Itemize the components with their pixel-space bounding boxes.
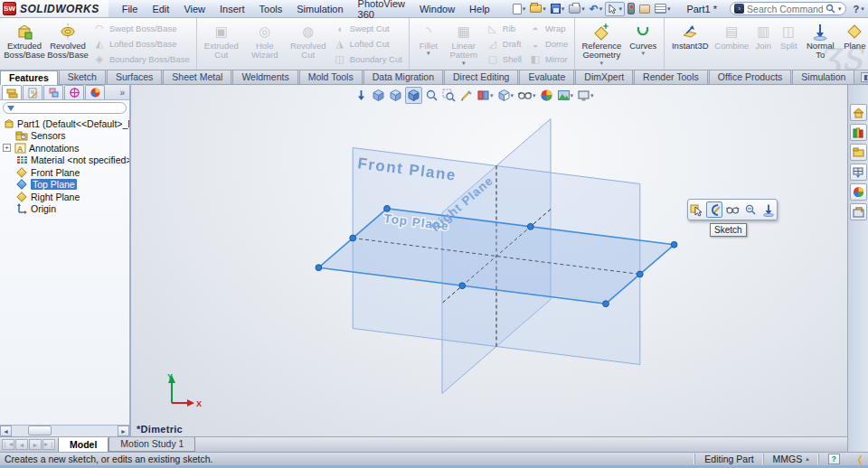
view-cube-button[interactable]	[371, 88, 386, 103]
context-sketch-button[interactable]	[706, 201, 722, 218]
solidworks-resources-button[interactable]	[850, 104, 867, 121]
custom-properties-button[interactable]	[850, 203, 867, 220]
tab-simulation[interactable]: Simulation	[792, 70, 854, 84]
menu-view[interactable]: View	[177, 2, 212, 16]
view-cube-active-button[interactable]	[405, 87, 422, 104]
search-commands-box[interactable]: › ▾	[730, 2, 846, 15]
menu-help[interactable]: Help	[463, 2, 496, 16]
display-settings-button[interactable]: ▾	[653, 3, 673, 14]
expand-icon[interactable]: +	[3, 144, 11, 152]
search-dropdown-icon[interactable]: ▾	[838, 5, 842, 13]
search-input[interactable]	[747, 4, 823, 14]
normal-to-button[interactable]: Normal To	[802, 20, 838, 68]
menu-tools[interactable]: Tools	[253, 2, 289, 16]
tree-item-front-plane[interactable]: Front Plane	[2, 166, 129, 179]
tab-displaymanager[interactable]	[85, 85, 105, 99]
view-cube-button[interactable]	[388, 88, 403, 103]
extruded-cut-button[interactable]: ▣ Extruded Cut	[201, 20, 242, 68]
tab-render-tools[interactable]: Render Tools	[634, 70, 708, 84]
tab-dimxpertmanager[interactable]	[64, 85, 84, 99]
boundary-boss-base-button[interactable]: ◈Boundary Boss/Base	[90, 52, 193, 67]
menu-simulation[interactable]: Simulation	[290, 2, 349, 16]
menu-file[interactable]: File	[116, 2, 145, 16]
help-button[interactable]: ?	[854, 4, 860, 14]
tab-model[interactable]: Model	[58, 437, 108, 453]
revolved-cut-button[interactable]: ◍ Revolved Cut	[288, 20, 329, 68]
scroll-right-button[interactable]: ►	[118, 426, 129, 436]
tab-mold-tools[interactable]: Mold Tools	[299, 70, 363, 84]
view-orientation-button[interactable]: ▾	[496, 88, 515, 103]
select-button[interactable]: ▾	[605, 2, 625, 16]
sketch-pen-button[interactable]	[458, 88, 474, 103]
context-hide-show-button[interactable]	[724, 201, 741, 218]
section-view-button[interactable]: ▾	[476, 88, 495, 103]
undo-button[interactable]: ↶▾	[588, 4, 605, 14]
rib-button[interactable]: ◺Rib	[484, 22, 524, 36]
tab-configurationmanager[interactable]	[43, 85, 63, 99]
display-pane-icon[interactable]: ◧	[861, 72, 868, 82]
new-document-button[interactable]: ▾	[511, 3, 528, 15]
reference-geometry-button[interactable]: Reference Geometry▾	[579, 20, 624, 68]
hole-wizard-button[interactable]: ◎ Hole Wizard	[244, 20, 286, 68]
tab-motion-study[interactable]: Motion Study 1	[108, 437, 195, 452]
appearances-scenes-button[interactable]	[850, 183, 867, 201]
tab-sheet-metal[interactable]: Sheet Metal	[163, 70, 231, 84]
open-button[interactable]: ▾	[528, 4, 548, 14]
help-dropdown-icon[interactable]: ▾	[861, 5, 864, 13]
units-selector[interactable]: MMGS▴	[763, 454, 818, 464]
zoom-to-fit-button[interactable]	[424, 88, 439, 103]
tab-office-products[interactable]: Office Products	[709, 70, 792, 84]
scrollbar-track[interactable]	[12, 426, 118, 436]
normal-to-view-button[interactable]	[354, 88, 369, 103]
fillet-button[interactable]: ◝ Fillet▾	[413, 20, 444, 68]
context-normal-to-button[interactable]	[760, 201, 777, 218]
tab-features[interactable]: Features	[0, 70, 58, 85]
edit-appearance-button[interactable]	[539, 88, 554, 103]
combine-button[interactable]: ▤ Combine	[713, 20, 750, 68]
model-view[interactable]: Front Plane Top Plane Right Plane Y X	[131, 85, 847, 436]
save-button[interactable]: ▾	[549, 3, 567, 14]
view-settings-button[interactable]: ▾	[576, 88, 595, 103]
tab-next-button[interactable]: ►	[29, 439, 42, 450]
tree-item-top-plane[interactable]: Top Plane	[2, 179, 129, 192]
quick-tips-icon[interactable]: ?	[828, 454, 840, 464]
options-button[interactable]	[637, 4, 652, 14]
tab-first-button[interactable]: ❘◄	[2, 439, 14, 450]
design-library-button[interactable]	[850, 124, 867, 141]
wrap-button[interactable]: ◓Wrap	[526, 22, 571, 36]
tree-item-material[interactable]: Material <not specified>	[2, 154, 129, 167]
mirror-button[interactable]: ◧Mirror	[526, 52, 571, 67]
tree-filter-input[interactable]	[3, 102, 127, 114]
file-explorer-button[interactable]	[850, 144, 867, 161]
search-icon[interactable]	[826, 4, 835, 14]
plane-button[interactable]: Plane	[840, 20, 868, 68]
tree-horizontal-scrollbar[interactable]: ◄ ►	[0, 425, 129, 436]
tab-dimxpert[interactable]: DimXpert	[575, 70, 633, 84]
instant3d-button[interactable]: Instant3D	[668, 20, 712, 68]
linear-pattern-button[interactable]: ▦ Linear Pattern▾	[446, 20, 482, 68]
apply-scene-button[interactable]: ▾	[556, 88, 575, 103]
context-zoom-button[interactable]	[742, 201, 759, 218]
tab-direct-editing[interactable]: Direct Editing	[444, 70, 518, 84]
zoom-to-area-button[interactable]	[441, 88, 457, 103]
join-button[interactable]: ▥ Join	[751, 20, 775, 68]
context-select-button[interactable]	[688, 201, 704, 218]
tree-item-right-plane[interactable]: Right Plane	[2, 191, 129, 203]
rebuild-button[interactable]	[626, 2, 637, 15]
lofted-boss-base-button[interactable]: ◭Lofted Boss/Base	[90, 37, 193, 51]
tab-weldments[interactable]: Weldments	[232, 70, 297, 84]
hide-show-items-button[interactable]: ▾	[516, 88, 537, 103]
revolved-boss-base-button[interactable]: Revolved Boss/Base	[47, 20, 89, 68]
menu-insert[interactable]: Insert	[213, 2, 251, 16]
tab-featuremanager-tree[interactable]	[2, 85, 22, 99]
print-button[interactable]: ▾	[567, 4, 587, 14]
scrollbar-thumb[interactable]	[28, 426, 52, 435]
tree-item-sensors[interactable]: Sensors	[2, 130, 129, 143]
view-palette-button[interactable]	[850, 164, 867, 181]
dome-button[interactable]: ◒Dome	[526, 37, 571, 51]
split-button[interactable]: ◫ Split	[777, 20, 800, 68]
statusbar-expand-icon[interactable]: ❬	[849, 454, 868, 465]
tab-last-button[interactable]: ►❘	[42, 439, 55, 450]
tab-prev-button[interactable]: ◄	[15, 439, 28, 450]
tree-item-annotations[interactable]: + A Annotations	[2, 142, 129, 154]
